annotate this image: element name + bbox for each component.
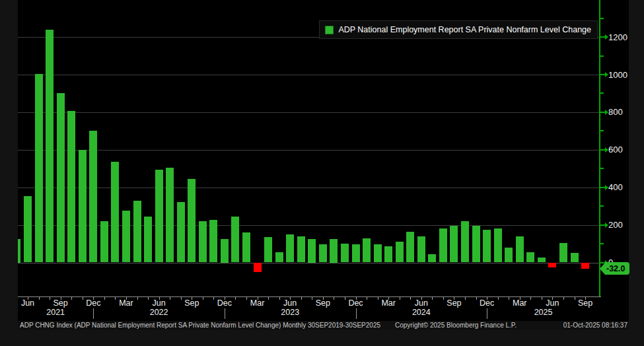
x-tick-2021-Jul	[39, 297, 40, 300]
bottom-margin	[0, 330, 644, 346]
y-major-tick-1200	[600, 36, 605, 38]
x-axis-label-Sep-2021: Sep	[46, 299, 76, 308]
bar-2024-Apr	[396, 242, 404, 262]
bar-2022-Aug	[177, 202, 185, 262]
bar-2025-Jun	[548, 263, 556, 267]
y-minor-tick-1100	[600, 55, 604, 57]
gridline-0	[18, 263, 600, 263]
bar-2024-Nov	[472, 226, 480, 262]
bar-2025-Sep	[581, 263, 589, 269]
bar-2021-Nov	[79, 150, 87, 263]
bar-2023-May	[275, 252, 283, 263]
chart-plot-area[interactable]	[18, 1, 600, 296]
gridline-400	[18, 188, 600, 188]
bar-2024-Feb	[374, 244, 382, 262]
x-tick-2024-Jan	[367, 297, 367, 300]
y-axis-label-1200: 1200	[608, 33, 627, 42]
x-axis-label-Jun-2023: Jun	[275, 299, 305, 308]
year-separator-2022	[225, 308, 225, 319]
x-axis-label-Mar-2025: Mar	[505, 299, 535, 308]
year-separator-2023	[356, 308, 357, 319]
bar-2021-Jun	[24, 196, 32, 263]
bar-2021-Aug	[46, 30, 54, 263]
x-axis-label-Dec-2023: Dec	[341, 299, 371, 308]
bar-2024-Sep	[450, 226, 458, 262]
bar-2022-Jan	[100, 221, 108, 263]
bar-2023-Dec	[352, 244, 360, 262]
status-bar: ADP CHNG Index (ADP National Employment …	[18, 321, 629, 330]
bar-2022-Oct	[199, 221, 207, 263]
x-tick-2023-Apr	[268, 297, 269, 300]
x-axis-label-Sep-2024: Sep	[439, 299, 469, 308]
gridline-800	[18, 112, 600, 113]
year-separator-2024	[487, 308, 487, 319]
y-axis-label-600: 600	[608, 145, 623, 154]
bar-2023-Feb	[242, 232, 250, 263]
bar-2024-May	[406, 232, 414, 263]
bar-2021-Sep	[57, 93, 65, 262]
bar-2025-Jan	[494, 228, 502, 262]
bar-2022-Jul	[166, 168, 174, 263]
y-minor-tick-500	[600, 168, 604, 169]
x-tick-2023-Oct	[334, 297, 334, 300]
bar-2023-Jun	[286, 234, 294, 263]
bar-2024-Jun	[417, 236, 425, 263]
bar-2023-Jul	[297, 236, 305, 263]
bar-2022-Dec	[221, 239, 229, 263]
bar-2021-Jul	[35, 74, 43, 263]
bar-2025-May	[538, 258, 546, 262]
y-minor-tick-300	[600, 205, 604, 207]
bar-2022-Nov	[209, 220, 217, 262]
bar-2024-Oct	[461, 221, 469, 263]
y-major-tick-400	[600, 187, 605, 188]
x-tick-2024-Apr	[400, 297, 400, 300]
x-axis-year-label-2025: 2025	[528, 308, 559, 317]
x-axis-label-Dec-2021: Dec	[78, 299, 108, 308]
x-axis-label-Mar-2024: Mar	[373, 299, 404, 308]
y-minor-tick-1300	[600, 18, 604, 19]
x-axis-year-label-2022: 2022	[144, 308, 174, 317]
x-axis-year-label-2021: 2021	[40, 308, 71, 317]
legend-swatch-icon	[325, 26, 334, 34]
bar-2024-Jul	[428, 254, 436, 263]
bar-2022-Feb	[111, 162, 119, 262]
y-major-tick-1000	[600, 74, 605, 75]
bar-2022-Jun	[155, 170, 163, 263]
x-axis-label-Dec-2022: Dec	[209, 299, 240, 308]
footer-series-info: ADP CHNG Index (ADP National Employment …	[20, 321, 380, 330]
x-axis-label-Sep-2022: Sep	[176, 299, 207, 308]
bar-2023-Jan	[231, 217, 239, 263]
y-major-tick-200	[600, 225, 605, 226]
bar-2021-May	[18, 239, 20, 263]
x-axis-year-label-2023: 2023	[275, 308, 305, 317]
bar-2022-May	[144, 217, 152, 263]
gridline-1000	[18, 75, 600, 75]
bar-2025-Feb	[505, 248, 513, 263]
legend-label: ADP National Employment Report SA Privat…	[338, 25, 591, 34]
x-axis-year-label-2024: 2024	[406, 308, 437, 317]
x-axis-label-Jun-2025: Jun	[537, 299, 567, 308]
bar-2021-Oct	[67, 111, 75, 262]
bar-2025-Aug	[571, 253, 579, 262]
bar-2021-Dec	[89, 131, 97, 262]
x-tick-2022-Jan	[104, 297, 105, 300]
y-major-tick-600	[600, 149, 605, 151]
bar-2023-Oct	[330, 239, 338, 263]
bar-2023-Sep	[319, 244, 327, 262]
x-axis-label-Jun-2024: Jun	[406, 299, 437, 308]
bar-2024-Dec	[483, 230, 491, 263]
x-tick-2025-Apr	[530, 297, 531, 300]
bar-2022-Sep	[188, 179, 196, 263]
x-axis-label-Jun-2021: Jun	[13, 299, 43, 308]
right-margin	[629, 0, 644, 346]
y-axis-label-200: 200	[608, 221, 623, 229]
left-margin	[0, 0, 18, 346]
y-axis-label-1000: 1000	[608, 71, 627, 79]
y-minor-tick-700	[600, 130, 604, 131]
x-tick-2023-Jul	[301, 297, 302, 300]
x-axis-label-Sep-2023: Sep	[308, 299, 338, 308]
legend[interactable]: ADP National Employment Report SA Privat…	[319, 20, 598, 39]
x-axis-label-Jun-2022: Jun	[144, 299, 174, 308]
x-axis-label-Mar-2023: Mar	[242, 299, 273, 308]
footer-timestamp: 01-Oct-2025 08:16:37	[563, 321, 627, 330]
